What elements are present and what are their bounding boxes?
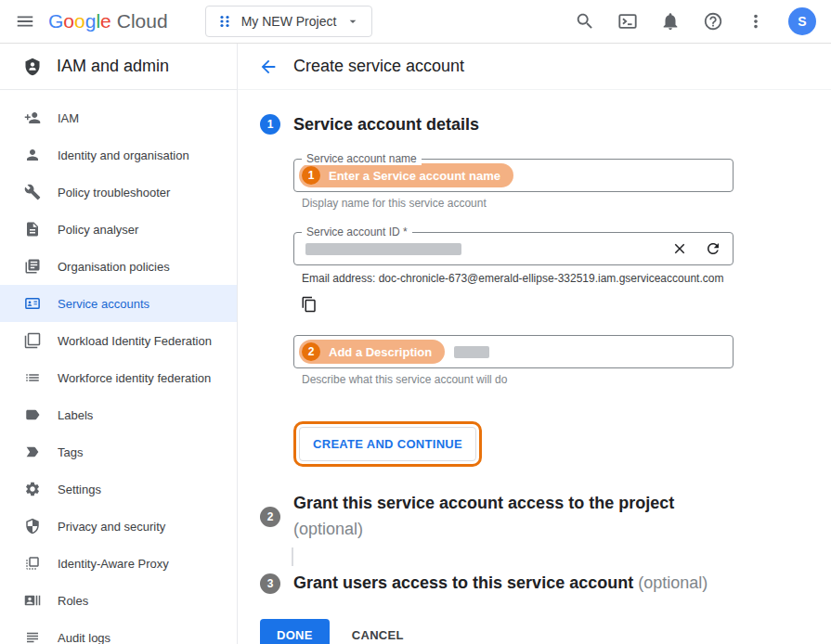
- cloud-shell-icon: [617, 11, 638, 32]
- hamburger-icon: [15, 11, 35, 32]
- redacted-description-value: [454, 346, 489, 358]
- sidebar-item-label: Organisation policies: [58, 260, 170, 274]
- more-options-button[interactable]: [746, 11, 766, 32]
- sidebar-item-settings[interactable]: Settings: [0, 470, 237, 508]
- sidebar-item-label: Settings: [58, 483, 101, 496]
- logo-letter: o: [63, 10, 74, 32]
- sidebar-item-iam[interactable]: IAM: [0, 99, 237, 136]
- sidebar-item-organisation-policies[interactable]: Organisation policies: [0, 248, 237, 285]
- service-account-name-group: Service account name 1 Enter a Service a…: [293, 159, 734, 210]
- service-account-icon: [24, 295, 41, 312]
- sidebar-item-workload-identity-federation[interactable]: Workload Identity Federation: [0, 322, 237, 359]
- main-content: Create service account 1 Service account…: [238, 44, 831, 644]
- back-button[interactable]: [258, 57, 279, 77]
- sidebar-item-policy-analyser[interactable]: Policy analyser: [0, 211, 237, 248]
- sidebar-item-roles[interactable]: Roles: [0, 582, 237, 619]
- tag-icon: [24, 444, 41, 460]
- person-icon: [24, 147, 41, 163]
- description-helper-text: Describe what this service account will …: [302, 373, 734, 386]
- stepper-connector: [292, 547, 293, 566]
- sidebar-item-workforce-identity-federation[interactable]: Workforce identity federation: [0, 359, 237, 396]
- annotation-2-text: Add a Description: [329, 345, 432, 359]
- annotation-1-text: Enter a Service account name: [329, 169, 500, 183]
- layers-icon: [24, 332, 41, 349]
- sidebar-item-labels[interactable]: Labels: [0, 396, 237, 433]
- sidebar-item-privacy-security[interactable]: Privacy and security: [0, 508, 237, 545]
- back-arrow-icon: [258, 57, 279, 77]
- document-search-icon: [24, 221, 41, 238]
- step-1-badge: 1: [260, 114, 280, 135]
- menu-button[interactable]: [15, 11, 35, 32]
- sidebar-item-label: Policy troubleshooter: [58, 186, 170, 200]
- refresh-icon: [705, 240, 721, 257]
- page-title: Create service account: [293, 57, 464, 76]
- description-group: 2 Add a Description Describe what this s…: [293, 335, 734, 386]
- search-icon: [575, 11, 595, 32]
- step-1-title: Service account details: [293, 115, 479, 135]
- service-account-name-input[interactable]: Service account name 1 Enter a Service a…: [293, 159, 734, 192]
- step-2-title-text: Grant this service account access to the…: [293, 491, 674, 517]
- sidebar-header: IAM and admin: [0, 44, 237, 90]
- sidebar-title: IAM and admin: [57, 57, 169, 76]
- annotation-2-number: 2: [302, 342, 320, 361]
- sidebar-item-tags[interactable]: Tags: [0, 433, 237, 470]
- help-button[interactable]: [703, 11, 723, 32]
- topbar-actions: S: [575, 7, 816, 35]
- cancel-button[interactable]: CANCEL: [352, 628, 404, 642]
- step-2-title: Grant this service account access to the…: [293, 491, 674, 543]
- page-header: Create service account: [238, 44, 831, 90]
- project-icon: [217, 14, 232, 29]
- sidebar-item-label: Tags: [58, 445, 83, 459]
- regenerate-id-button[interactable]: [705, 240, 721, 257]
- sidebar-nav: IAM Identity and organisation Policy tro…: [0, 90, 237, 644]
- create-and-continue-button[interactable]: CREATE AND CONTINUE: [299, 427, 476, 461]
- logo-letter: G: [48, 10, 63, 32]
- service-account-id-group: Service account ID * Ema: [293, 232, 734, 313]
- stepper-content: 1 Service account details Service accoun…: [238, 90, 831, 644]
- logo-cloud-text: Cloud: [117, 10, 168, 32]
- account-avatar[interactable]: S: [788, 7, 816, 35]
- copy-email-button[interactable]: [301, 296, 318, 313]
- form-actions: DONE CANCEL: [260, 619, 809, 644]
- annotation-2-pill: 2 Add a Description: [299, 340, 445, 364]
- sidebar-item-policy-troubleshooter[interactable]: Policy troubleshooter: [0, 174, 237, 211]
- step-3-badge: 3: [260, 573, 280, 594]
- clear-id-button[interactable]: [671, 240, 688, 257]
- close-icon: [671, 240, 688, 257]
- sidebar-item-label: Audit logs: [58, 631, 110, 644]
- service-account-name-label: Service account name: [302, 152, 422, 165]
- step-3-title: Grant users access to this service accou…: [293, 571, 708, 597]
- done-button[interactable]: DONE: [260, 619, 330, 644]
- sidebar-item-service-accounts[interactable]: Service accounts: [0, 285, 237, 322]
- project-picker-button[interactable]: My NEW Project: [205, 6, 373, 37]
- step-2-badge: 2: [260, 507, 280, 527]
- step-3-optional-text: (optional): [638, 573, 708, 592]
- bell-icon: [660, 11, 681, 32]
- chevron-down-icon: [345, 14, 360, 29]
- sidebar-item-label: Privacy and security: [58, 520, 165, 534]
- id-field-icons: [671, 240, 721, 257]
- description-input[interactable]: 2 Add a Description: [293, 335, 734, 368]
- step-2-header: 2 Grant this service account access to t…: [260, 491, 809, 543]
- sidebar-item-identity-aware-proxy[interactable]: Identity-Aware Proxy: [0, 545, 237, 582]
- annotation-1-number: 1: [302, 166, 320, 185]
- sidebar-item-audit-logs[interactable]: Audit logs: [0, 619, 237, 644]
- sidebar-item-identity-organisation[interactable]: Identity and organisation: [0, 136, 237, 174]
- sidebar-item-label: Workload Identity Federation: [58, 334, 212, 348]
- sidebar-item-label: Roles: [58, 594, 88, 608]
- project-name: My NEW Project: [241, 14, 337, 29]
- app-window: Google Cloud My NEW Project: [0, 0, 831, 644]
- google-cloud-logo[interactable]: Google Cloud: [48, 10, 168, 32]
- service-account-id-input[interactable]: Service account ID *: [293, 232, 734, 265]
- service-account-id-label: Service account ID *: [302, 225, 412, 238]
- annotation-1-pill: 1 Enter a Service account name: [299, 163, 513, 187]
- step-2-optional-text: (optional): [293, 517, 674, 543]
- log-lines-icon: [24, 629, 41, 644]
- cloud-shell-button[interactable]: [617, 11, 638, 32]
- gear-icon: [24, 481, 41, 497]
- search-button[interactable]: [575, 11, 595, 32]
- roles-card-icon: [24, 592, 41, 609]
- library-books-icon: [24, 258, 41, 275]
- notifications-button[interactable]: [660, 11, 681, 32]
- logo-letter: o: [74, 10, 85, 32]
